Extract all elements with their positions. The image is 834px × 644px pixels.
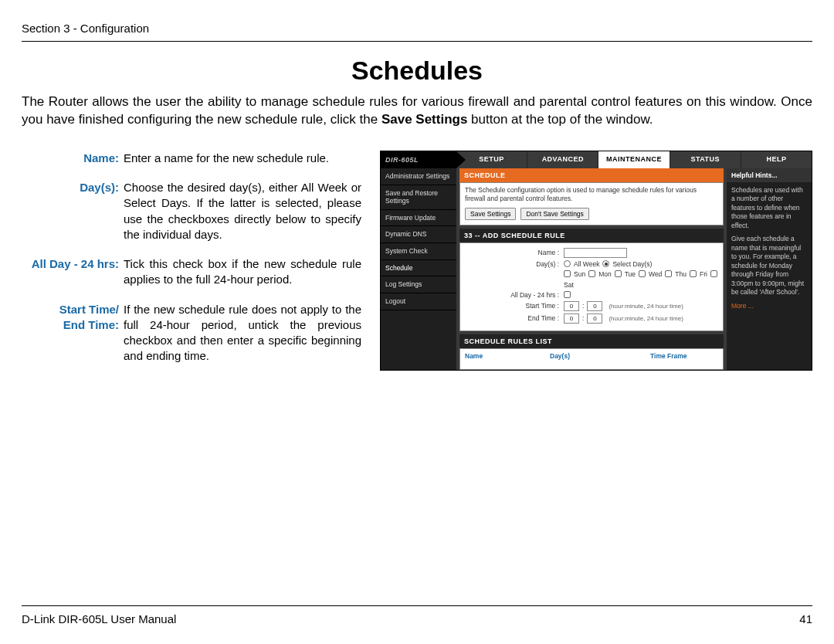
col-name: Name (465, 352, 550, 360)
time-sep: : (582, 314, 584, 322)
radio-select-days[interactable] (602, 260, 609, 267)
chk-fri[interactable] (690, 270, 697, 277)
intro-text-after: button at the top of the window. (467, 112, 653, 127)
definition-starttime: Start Time/ End Time: If the new schedul… (22, 302, 361, 364)
chk-thu[interactable] (665, 270, 672, 277)
help-more-link[interactable]: More ... (731, 302, 807, 310)
chk-sat[interactable] (710, 270, 717, 277)
tab-maintenance[interactable]: MAINTENANCE (598, 151, 670, 168)
chk-allday[interactable] (564, 291, 571, 298)
sidenav-log[interactable]: Log Settings (381, 276, 456, 293)
sidenav-admin[interactable]: Administrator Settings (381, 168, 456, 185)
radio-all-week[interactable] (564, 260, 571, 267)
col-timeframe: Time Frame (650, 352, 718, 360)
day-mon: Mon (598, 270, 612, 278)
form-allday-label: All Day - 24 hrs : (465, 291, 564, 299)
sidenav-ddns[interactable]: Dynamic DNS (381, 226, 456, 243)
sidenav-logout[interactable]: Logout (381, 293, 456, 310)
chk-tue[interactable] (615, 270, 622, 277)
end-hour-input[interactable]: 0 (564, 314, 579, 324)
definition-list: Name: Enter a name for the new schedule … (22, 151, 361, 378)
definition-name: Name: Enter a name for the new schedule … (22, 151, 361, 166)
section-header: Section 3 - Configuration (22, 22, 812, 42)
day-thu: Thu (675, 270, 687, 278)
start-time-hint: (hour:minute, 24 hour time) (609, 303, 683, 310)
form-start-label: Start Time : (465, 302, 564, 310)
tab-advanced[interactable]: ADVANCED (527, 151, 598, 168)
page-title: Schedules (22, 56, 812, 86)
help-p2: Give each schedule a name that is meanin… (731, 235, 807, 297)
sidenav-save-restore[interactable]: Save and Restore Settings (381, 185, 456, 210)
tab-status[interactable]: STATUS (670, 151, 741, 168)
tab-setup[interactable]: SETUP (456, 151, 527, 168)
definition-desc: Tick this check box if the new schedule … (124, 256, 361, 288)
name-input[interactable] (564, 248, 627, 258)
definition-days: Day(s): Choose the desired day(s), eithe… (22, 180, 361, 242)
definition-desc: If the new schedule rule does not apply … (124, 302, 361, 364)
start-min-input[interactable]: 0 (587, 301, 602, 311)
panel-schedule-head: SCHEDULE (459, 168, 724, 182)
form-name-label: Name : (465, 249, 564, 256)
definition-allday: All Day - 24 hrs: Tick this check box if… (22, 256, 361, 288)
form-end-label: End Time : (465, 314, 564, 322)
rules-list-head: SCHEDULE RULES LIST (459, 334, 724, 348)
form-days-label: Day(s) : (465, 260, 564, 268)
col-days: Day(s) (550, 352, 650, 360)
definition-label: Start Time/ End Time: (22, 302, 124, 364)
chk-mon[interactable] (588, 270, 595, 277)
save-settings-button[interactable]: Save Settings (465, 208, 516, 220)
definition-label: Name: (22, 151, 124, 166)
sidenav-system-check[interactable]: System Check (381, 243, 456, 260)
day-wed: Wed (649, 270, 662, 278)
radio-all-week-label: All Week (574, 260, 599, 268)
intro-text-bold: Save Settings (381, 112, 468, 127)
start-hour-input[interactable]: 0 (564, 301, 579, 311)
radio-select-days-label: Select Day(s) (612, 260, 652, 268)
page-number: 41 (799, 612, 812, 625)
day-sat: Sat (564, 281, 574, 289)
router-screenshot: DIR-605L SETUP ADVANCED MAINTENANCE STAT… (380, 151, 812, 378)
panel-desc: The Schedule configuration option is use… (460, 183, 723, 206)
definition-desc: Choose the desired day(s), either All We… (124, 180, 361, 242)
end-time-hint: (hour:minute, 24 hour time) (609, 315, 683, 322)
time-sep: : (582, 302, 584, 310)
intro-paragraph: The Router allows the user the ability t… (22, 93, 812, 129)
definition-label: All Day - 24 hrs: (22, 256, 124, 288)
add-rule-head: 33 -- ADD SCHEDULE RULE (459, 229, 724, 242)
side-nav: Administrator Settings Save and Restore … (381, 168, 456, 370)
footer-left: D-Link DIR-605L User Manual (22, 612, 176, 625)
end-min-input[interactable]: 0 (587, 314, 602, 324)
day-sun: Sun (574, 270, 585, 278)
chk-wed[interactable] (639, 270, 646, 277)
tab-help[interactable]: HELP (741, 151, 812, 168)
help-head: Helpful Hints... (727, 168, 812, 182)
dont-save-button[interactable]: Don't Save Settings (520, 208, 588, 220)
definition-label: Day(s): (22, 180, 124, 242)
definition-desc: Enter a name for the new schedule rule. (124, 151, 361, 166)
day-fri: Fri (700, 270, 707, 278)
sidenav-firmware[interactable]: Firmware Update (381, 210, 456, 227)
help-p1: Schedules are used with a number of othe… (731, 186, 807, 230)
model-label: DIR-605L (381, 151, 456, 168)
day-tue: Tue (625, 270, 636, 278)
chk-sun[interactable] (564, 270, 571, 277)
sidenav-schedule[interactable]: Schedule (381, 260, 456, 277)
